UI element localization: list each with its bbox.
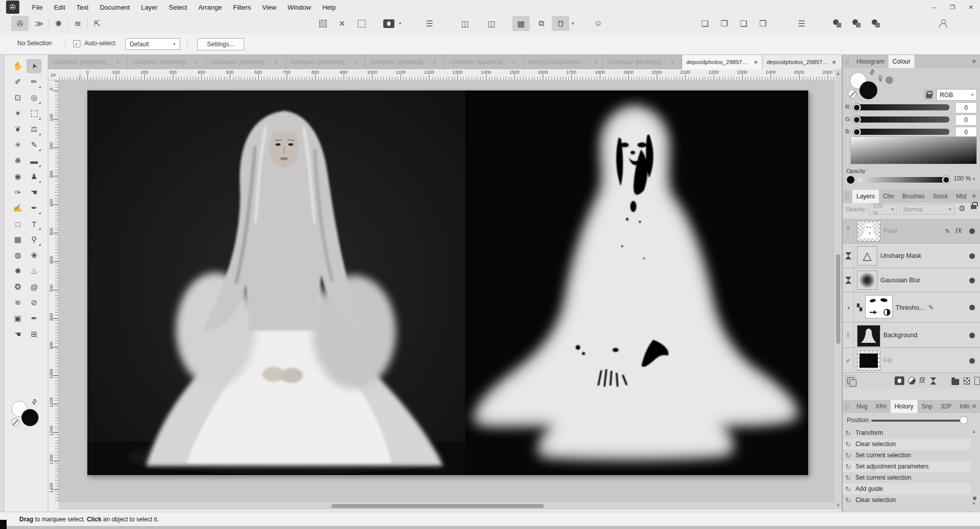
close-tab-icon[interactable]: ✕	[670, 60, 674, 65]
menu-document[interactable]: Document	[94, 0, 135, 14]
wet-brush-tool[interactable]: ✑	[10, 185, 25, 199]
delete-layer-icon[interactable]	[974, 378, 980, 385]
boolean-divide-icon[interactable]	[867, 16, 884, 31]
auto-select-dropdown[interactable]: Default▾	[125, 38, 180, 50]
close-tab-icon[interactable]: ✕	[433, 60, 437, 65]
opacity-value[interactable]: 100 %▾	[954, 175, 975, 182]
waves-tool[interactable]: ≋	[10, 296, 25, 310]
healing-brush-tool[interactable]: ◎	[26, 91, 42, 105]
swap-colours-icon[interactable]: ⇄	[29, 397, 39, 406]
opacity-slider[interactable]	[857, 177, 947, 183]
blend-mode-dropdown[interactable]: Normal▾	[900, 204, 955, 215]
panel-menu-icon[interactable]: ≡	[972, 57, 976, 65]
menu-text[interactable]: Text	[71, 0, 94, 14]
layer-effects-icon[interactable]: fX	[920, 377, 925, 385]
flood-select-tool[interactable]: ✶	[10, 106, 25, 121]
colour-model-dropdown[interactable]: RGB▾	[936, 89, 977, 101]
duplicate-layer-button[interactable]	[845, 375, 856, 387]
layer-thumbnail[interactable]: △	[857, 246, 877, 266]
photo-persona-icon[interactable]: ✇	[11, 16, 28, 31]
document-tab[interactable]: <Untitled> [Modified]...✕	[48, 55, 128, 69]
edit-brush-icon[interactable]: ✎	[928, 304, 934, 311]
deselect-icon[interactable]: ✕	[333, 16, 351, 31]
menu-window[interactable]: Window	[282, 0, 317, 14]
smudge-tool[interactable]: ☚	[26, 185, 42, 199]
position-slider[interactable]	[871, 420, 962, 422]
align-left-icon[interactable]: ☰	[421, 16, 438, 31]
tone-mapping-persona-icon[interactable]: ≋	[69, 16, 86, 31]
close-tab-icon[interactable]: ✕	[754, 60, 758, 65]
menu-filters[interactable]: Filters	[227, 0, 256, 14]
no-colour-icon[interactable]	[848, 90, 856, 98]
twirl-tool[interactable]: @	[26, 280, 42, 294]
history-item[interactable]: ↻Set adjustment parameters	[843, 461, 971, 472]
assistant-icon[interactable]: ☺	[590, 16, 607, 31]
zoom-tool[interactable]: ⚲	[26, 232, 42, 247]
panel-grip-icon[interactable]	[846, 58, 849, 65]
menu-layer[interactable]: Layer	[135, 0, 163, 14]
tab-nvg[interactable]: Nvg	[852, 400, 871, 413]
vertical-scrollbar-thumb[interactable]	[836, 254, 840, 344]
spiky-tool[interactable]: ✺	[10, 264, 25, 278]
channel-slider-thumb[interactable]	[853, 104, 861, 111]
mesh-warp-tool[interactable]: ▦	[10, 232, 25, 247]
eraser-tool[interactable]: ▬	[26, 154, 42, 168]
overlay-brush-tool[interactable]: ❋	[10, 154, 25, 168]
close-tab-icon[interactable]: ✕	[594, 60, 598, 65]
pen-nib-tool[interactable]: ✒	[26, 311, 42, 326]
layer-visibility-dot[interactable]	[969, 333, 975, 338]
layer-grip[interactable]: ◑	[843, 293, 854, 322]
select-all-icon[interactable]	[314, 16, 331, 31]
tab-histogram[interactable]: Histogram	[852, 55, 889, 68]
layers-opacity-dropdown[interactable]: 100 %▾	[869, 204, 897, 215]
tab-stock[interactable]: Stock	[929, 190, 952, 203]
restore-icon[interactable]: ❐	[943, 0, 962, 14]
layer-row[interactable]: ⠿Background	[843, 323, 980, 348]
layer-thumbnail[interactable]	[857, 271, 877, 290]
channel-value[interactable]: 0	[955, 114, 977, 126]
opacity-slider-thumb[interactable]	[942, 176, 950, 184]
layer-visibility-dot[interactable]	[969, 228, 975, 234]
tab-layers[interactable]: Layers	[852, 190, 879, 203]
blob-tool[interactable]: ❀	[26, 248, 42, 262]
flame-tool[interactable]: ♨	[26, 264, 42, 278]
menu-file[interactable]: File	[26, 0, 48, 14]
pasteboard[interactable]	[58, 80, 835, 503]
history-item[interactable]: ↻Add guide	[843, 483, 971, 494]
layer-grip[interactable]: ⠿⌄	[843, 219, 854, 243]
layer-row[interactable]: ◑▚Thresho...✎	[843, 293, 980, 322]
mirror-horizontal-icon[interactable]: ◫	[456, 16, 474, 31]
forward-one-icon[interactable]: ❑	[735, 16, 752, 31]
layer-grip[interactable]	[843, 244, 854, 268]
vector-pen-tool[interactable]: ✒	[26, 201, 42, 215]
colour-lock[interactable]	[924, 90, 933, 100]
colour-picker-icon[interactable]: ✑	[875, 75, 885, 82]
move-tool[interactable]: ➤	[26, 59, 42, 73]
auto-select-checkbox[interactable]: ✓	[73, 40, 80, 47]
panel-grip-icon[interactable]	[846, 193, 849, 199]
history-item[interactable]: ↻Clear selection	[843, 438, 971, 450]
tab-brushes[interactable]: Brushes	[898, 190, 929, 203]
close-tab-icon[interactable]: ✕	[115, 60, 119, 65]
menu-select[interactable]: Select	[163, 0, 193, 14]
tab-32p[interactable]: 32P	[936, 400, 955, 413]
boolean-subtract-icon[interactable]	[848, 16, 865, 31]
liquify-persona-icon[interactable]: ≫	[30, 16, 48, 31]
menu-edit[interactable]: Edit	[48, 0, 71, 14]
close-icon[interactable]: ✕	[962, 0, 980, 14]
account-icon[interactable]	[934, 16, 952, 31]
magnet-icon[interactable]: Ω	[552, 16, 569, 31]
layer-thumbnail[interactable]	[857, 325, 880, 347]
mask-icon[interactable]	[380, 16, 397, 31]
document-tab[interactable]: <Untitled> [Modified]...✕	[286, 55, 365, 69]
pattern-off-tool[interactable]: ⊘	[26, 296, 42, 310]
layer-visibility-dot[interactable]	[969, 305, 975, 310]
paint-brush-tool[interactable]: ✎	[26, 138, 42, 152]
colour-picker-tool[interactable]: ✐	[10, 75, 25, 89]
scroll-up-icon[interactable]: ▲	[836, 71, 840, 76]
menu-help[interactable]: Help	[317, 0, 342, 14]
flood-fill-tool[interactable]: ❦	[10, 122, 25, 136]
marquee-tool[interactable]	[26, 106, 42, 121]
document-tab[interactable]: <Untitled> [Modified]...✕	[603, 55, 682, 69]
channel-value[interactable]: 0	[955, 102, 977, 113]
